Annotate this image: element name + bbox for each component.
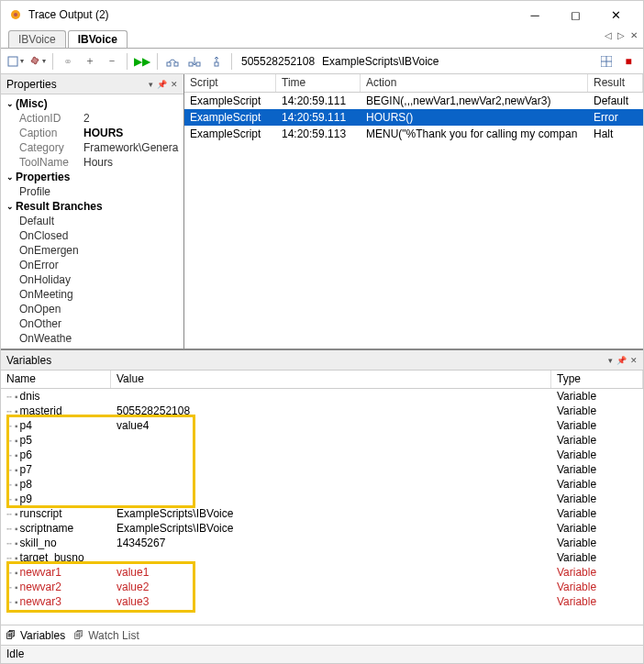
watch-tab-icon: 🗐 <box>72 629 85 642</box>
property-row[interactable]: CaptionHOURS <box>5 126 180 140</box>
tab-next-icon[interactable]: ▷ <box>616 30 627 40</box>
property-item[interactable]: OnOpen <box>5 302 180 316</box>
property-group[interactable]: ⌄Result Branches <box>5 199 180 214</box>
tools-button[interactable] <box>28 52 47 71</box>
variables-tab-icon: 🗐 <box>5 629 17 642</box>
property-item[interactable]: Profile <box>5 184 180 199</box>
property-row[interactable]: ToolNameHours <box>5 155 180 170</box>
variable-row[interactable]: ⋯▪scriptnameExampleScripts\IBVoiceVariab… <box>1 521 643 536</box>
status-text: Idle <box>6 647 24 660</box>
svg-point-1 <box>14 13 17 17</box>
properties-panel: Properties ▾ 📌 ✕ ⌄(Misc)ActionID2Caption… <box>1 74 184 349</box>
window-title: Trace Output (2) <box>28 8 515 21</box>
svg-rect-3 <box>167 62 171 66</box>
tab-prev-icon[interactable]: ◁ <box>603 30 614 40</box>
variable-row[interactable]: ⋯▪p9Variable <box>1 492 643 506</box>
add-button[interactable]: ＋ <box>81 52 99 71</box>
properties-title: Properties <box>6 78 145 91</box>
col-value[interactable]: Value <box>111 371 551 388</box>
script-path: ExampleScripts\IBVoice <box>322 55 439 68</box>
variable-row[interactable]: ⋯▪newvar1value1Variable <box>1 565 643 580</box>
col-type[interactable]: Type <box>551 371 643 388</box>
document-tab[interactable]: IBVoice <box>68 30 128 48</box>
variable-row[interactable]: ⋯▪p5Variable <box>1 433 643 448</box>
trace-row[interactable]: ExampleScript14:20:59.113MENU("%Thank yo… <box>184 126 643 142</box>
svg-rect-4 <box>174 62 178 66</box>
variable-row[interactable]: ⋯▪masterid505528252108Variable <box>1 404 643 418</box>
property-item[interactable]: OnWeathe <box>5 331 180 346</box>
property-item[interactable]: OnMeeting <box>5 287 180 302</box>
stop-button[interactable]: ■ <box>619 52 638 71</box>
remove-button[interactable]: － <box>103 52 121 71</box>
panel-dropdown-icon[interactable]: ▾ <box>149 80 153 89</box>
variables-title: Variables <box>6 354 605 367</box>
status-bar: Idle <box>1 645 643 663</box>
trace-row[interactable]: ExampleScript14:20:59.111HOURS()Error <box>184 109 643 126</box>
run-button[interactable]: ▶▶ <box>133 52 151 71</box>
col-name[interactable]: Name <box>1 371 111 388</box>
property-group[interactable]: ⌄(Misc) <box>5 96 180 111</box>
tab-variables-label: Variables <box>20 629 65 642</box>
panel-close-icon[interactable]: ✕ <box>171 80 178 89</box>
trace-panel: Script Time Action Result ExampleScript1… <box>184 74 643 349</box>
document-tab[interactable]: IBVoice <box>8 30 66 48</box>
svg-rect-6 <box>196 62 200 66</box>
property-item[interactable]: OnError <box>5 258 180 272</box>
step-into-button[interactable] <box>185 52 204 71</box>
variable-row[interactable]: ⋯▪p4value4Variable <box>1 418 643 433</box>
col-result[interactable]: Result <box>588 74 643 92</box>
property-item[interactable]: OnEmergen <box>5 243 180 258</box>
property-item[interactable]: OnOther <box>5 316 180 331</box>
step-out-button[interactable] <box>207 52 226 71</box>
variables-panel: Variables ▾ 📌 ✕ Name Value Type ⋯▪dnisVa… <box>1 349 643 645</box>
col-action[interactable]: Action <box>361 74 588 92</box>
svg-rect-5 <box>189 62 193 66</box>
property-group[interactable]: ⌄Properties <box>5 170 180 184</box>
tab-close-icon[interactable]: ✕ <box>628 30 639 40</box>
app-icon <box>8 7 23 22</box>
svg-rect-2 <box>8 57 17 66</box>
variable-row[interactable]: ⋯▪p8Variable <box>1 477 643 492</box>
variable-row[interactable]: ⋯▪p6Variable <box>1 448 643 462</box>
close-button[interactable]: ✕ <box>595 2 636 28</box>
property-row[interactable]: CategoryFramework\Genera <box>5 140 180 155</box>
variable-row[interactable]: ⋯▪newvar2value2Variable <box>1 580 643 594</box>
col-time[interactable]: Time <box>276 74 361 92</box>
maximize-button[interactable]: ◻ <box>555 2 595 28</box>
step-over-button[interactable] <box>163 52 182 71</box>
property-item[interactable]: OnHoliday <box>5 272 180 287</box>
panel-pin-icon[interactable]: 📌 <box>616 356 627 365</box>
link-button[interactable]: ⚭ <box>59 52 77 71</box>
trace-row[interactable]: ExampleScript14:20:59.111BEGIN(,,,newVar… <box>184 93 643 109</box>
variable-row[interactable]: ⋯▪skill_no14345267Variable <box>1 536 643 550</box>
variable-row[interactable]: ⋯▪p7Variable <box>1 462 643 477</box>
title-bar: Trace Output (2) ─ ◻ ✕ <box>1 1 643 28</box>
variable-row[interactable]: ⋯▪dnisVariable <box>1 389 643 404</box>
col-script[interactable]: Script <box>184 74 276 92</box>
tab-watch-list[interactable]: 🗐 Watch List <box>72 629 139 642</box>
panel-dropdown-icon[interactable]: ▾ <box>608 356 613 365</box>
tab-variables[interactable]: 🗐 Variables <box>5 629 65 642</box>
property-item[interactable]: OnClosed <box>5 228 180 243</box>
session-id: 505528252108 <box>241 55 315 68</box>
panel-close-icon[interactable]: ✕ <box>630 356 638 365</box>
minimize-button[interactable]: ─ <box>515 2 555 28</box>
svg-rect-7 <box>215 62 218 66</box>
variable-row[interactable]: ⋯▪target_busnoVariable <box>1 550 643 565</box>
property-row[interactable]: ActionID2 <box>5 111 180 126</box>
variable-row[interactable]: ⋯▪runscriptExampleScripts\IBVoiceVariabl… <box>1 506 643 521</box>
tab-watch-label: Watch List <box>88 629 139 642</box>
variable-row[interactable]: ⋯▪newvar3value3Variable <box>1 594 643 609</box>
property-item[interactable]: Default <box>5 214 180 228</box>
document-tabs: IBVoiceIBVoice ◁ ▷ ✕ <box>1 28 643 49</box>
grid-button[interactable] <box>597 52 616 71</box>
new-button[interactable] <box>6 52 25 71</box>
toolbar: ⚭ ＋ － ▶▶ 505528252108 ExampleScripts\IBV… <box>1 49 643 74</box>
panel-pin-icon[interactable]: 📌 <box>157 80 167 89</box>
